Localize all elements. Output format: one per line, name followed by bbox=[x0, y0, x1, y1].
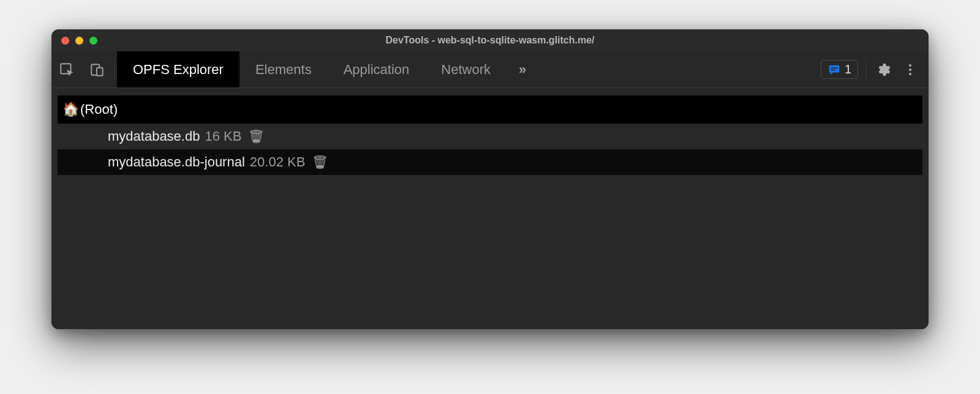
window-title: DevTools - web-sql-to-sqlite-wasm.glitch… bbox=[51, 35, 929, 46]
traffic-lights bbox=[51, 37, 97, 45]
tree-root-row[interactable]: 🏠 (Root) bbox=[58, 95, 922, 124]
file-size: 16 KB bbox=[205, 128, 241, 144]
settings-button[interactable] bbox=[870, 56, 897, 83]
gear-icon bbox=[876, 62, 891, 77]
tab-label: Network bbox=[441, 62, 491, 78]
toggle-device-toolbar-button[interactable] bbox=[82, 51, 113, 87]
inspect-element-button[interactable] bbox=[51, 51, 82, 87]
zoom-window-button[interactable] bbox=[89, 37, 97, 45]
file-row[interactable]: mydatabase.db-journal 20.02 KB 🗑️ bbox=[58, 149, 922, 175]
tab-strip: OPFS Explorer Elements Application Netwo… bbox=[117, 51, 540, 87]
opfs-explorer-panel: 🏠 (Root) mydatabase.db 16 KB 🗑️ mydataba… bbox=[51, 88, 929, 329]
more-tabs-button[interactable]: » bbox=[507, 51, 540, 87]
svg-rect-3 bbox=[831, 67, 837, 69]
svg-point-5 bbox=[909, 64, 911, 67]
tab-elements[interactable]: Elements bbox=[239, 51, 328, 87]
file-name: mydatabase.db bbox=[108, 128, 200, 144]
toolbar-divider bbox=[114, 60, 115, 80]
toolbar-left: OPFS Explorer Elements Application Netwo… bbox=[51, 51, 540, 87]
file-row[interactable]: mydatabase.db 16 KB 🗑️ bbox=[58, 124, 922, 149]
kebab-menu-button[interactable] bbox=[897, 56, 924, 83]
tab-label: Elements bbox=[255, 62, 312, 78]
toolbar-right: 1 bbox=[821, 51, 929, 87]
tab-label: OPFS Explorer bbox=[133, 62, 224, 78]
devtools-toolbar: OPFS Explorer Elements Application Netwo… bbox=[51, 51, 929, 88]
minimize-window-button[interactable] bbox=[75, 37, 83, 45]
svg-rect-4 bbox=[831, 69, 835, 70]
trash-icon: 🗑️ bbox=[249, 130, 264, 143]
toolbar-divider bbox=[865, 60, 866, 80]
devices-icon bbox=[89, 62, 105, 78]
delete-file-button[interactable]: 🗑️ bbox=[249, 129, 264, 144]
tab-network[interactable]: Network bbox=[425, 51, 507, 87]
issues-button[interactable]: 1 bbox=[821, 60, 858, 79]
kebab-icon bbox=[903, 62, 918, 77]
file-size: 20.02 KB bbox=[250, 154, 306, 170]
window-titlebar: DevTools - web-sql-to-sqlite-wasm.glitch… bbox=[51, 29, 929, 51]
file-name: mydatabase.db-journal bbox=[108, 154, 245, 170]
svg-point-6 bbox=[909, 69, 911, 71]
tab-application[interactable]: Application bbox=[328, 51, 426, 87]
tab-label: Application bbox=[344, 62, 410, 78]
issues-count: 1 bbox=[845, 62, 851, 76]
chat-icon bbox=[827, 63, 841, 76]
delete-file-button[interactable]: 🗑️ bbox=[312, 155, 328, 169]
chevron-double-right-icon: » bbox=[519, 62, 527, 78]
svg-rect-2 bbox=[97, 67, 103, 75]
close-window-button[interactable] bbox=[61, 37, 69, 45]
tab-opfs-explorer[interactable]: OPFS Explorer bbox=[117, 51, 239, 87]
trash-icon: 🗑️ bbox=[312, 155, 328, 169]
devtools-window: DevTools - web-sql-to-sqlite-wasm.glitch… bbox=[51, 29, 929, 329]
inspect-icon bbox=[59, 62, 75, 78]
root-label: (Root) bbox=[80, 102, 118, 117]
svg-point-7 bbox=[909, 73, 911, 75]
home-icon: 🏠 bbox=[62, 102, 79, 117]
